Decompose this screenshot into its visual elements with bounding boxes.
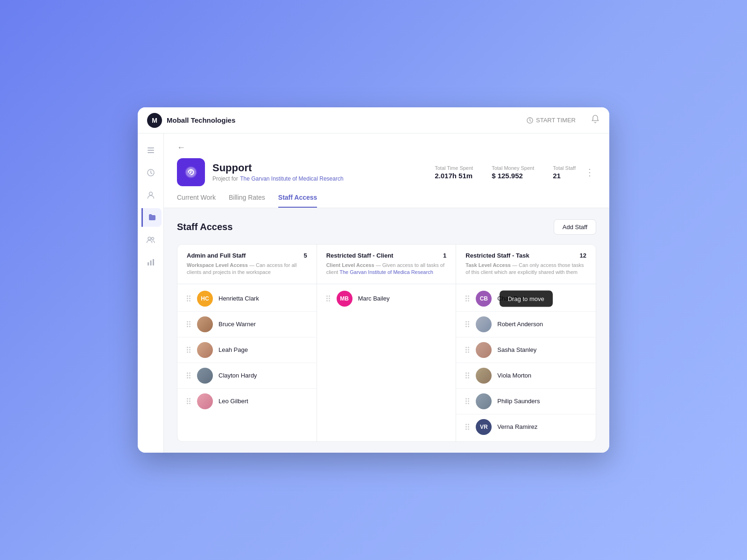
column-admin-desc: Workspace Level Access — Can access for …: [187, 262, 307, 276]
drag-handle[interactable]: [326, 295, 330, 301]
avatar: [197, 342, 213, 358]
staff-name: Philip Saunders: [497, 398, 540, 405]
project-tabs: Current Work Billing Rates Staff Access: [177, 194, 596, 208]
notification-bell-icon[interactable]: [591, 114, 600, 126]
user-icon: [146, 190, 155, 200]
sidebar-item-clock[interactable]: [141, 163, 160, 182]
avatar: HC: [197, 291, 213, 307]
drag-handle[interactable]: [187, 372, 190, 378]
svg-rect-8: [148, 262, 149, 266]
staff-name: Verna Ramirez: [497, 423, 537, 430]
staff-item: Leah Page: [177, 337, 317, 363]
staff-name: Henrietta Clark: [218, 295, 259, 302]
staff-name: Viola Morton: [497, 372, 531, 379]
drag-handle[interactable]: [465, 347, 469, 353]
staff-item-chad: CB Chad Bush Drag to move: [456, 286, 596, 312]
section-header: Staff Access Add Staff: [177, 219, 596, 235]
svg-point-6: [148, 237, 151, 240]
stat-staff-value: 21: [553, 172, 576, 180]
staff-item: MB Marc Bailey: [317, 286, 456, 311]
avatar: [197, 393, 213, 409]
staff-item: HC Henrietta Clark: [177, 286, 317, 312]
sidebar-item-folder[interactable]: [141, 208, 162, 227]
avatar: [476, 316, 492, 332]
sidebar-item-list[interactable]: [141, 141, 160, 160]
svg-rect-10: [153, 259, 154, 266]
column-task-count: 12: [580, 252, 586, 259]
start-timer-label: START TIMER: [536, 117, 576, 124]
column-task-title: Restricted Staff - Task: [465, 252, 529, 259]
staff-name: Leah Page: [218, 346, 248, 353]
avatar: VR: [476, 419, 492, 435]
sidebar-item-chart[interactable]: [141, 253, 160, 272]
company-name: Moball Technologies: [167, 116, 521, 124]
drag-handle[interactable]: [465, 398, 469, 404]
section-title: Staff Access: [177, 222, 233, 232]
drag-handle[interactable]: [465, 424, 469, 430]
avatar: [476, 393, 492, 409]
stat-money-value: $ 125.952: [492, 172, 534, 180]
more-options-button[interactable]: ⋮: [583, 165, 596, 180]
column-admin-title: Admin and Full Staff: [187, 252, 246, 259]
project-client-link[interactable]: The Garvan Institute of Medical Research: [240, 175, 343, 182]
drag-handle[interactable]: [187, 398, 190, 404]
staff-item: Robert Anderson: [456, 312, 596, 337]
stat-time-label: Total Time Spent: [435, 165, 473, 171]
project-for-label: Project for: [212, 175, 238, 182]
avatar: [197, 368, 213, 384]
drag-handle[interactable]: [465, 295, 469, 301]
stat-staff: Total Staff 21: [553, 165, 576, 180]
project-stats: Total Time Spent 2.017h 51m Total Money …: [435, 165, 576, 180]
sidebar-item-team[interactable]: [141, 231, 160, 249]
staff-item: Viola Morton: [456, 363, 596, 389]
staff-name: Robert Anderson: [497, 321, 543, 328]
column-client-title: Restricted Staff - Client: [326, 252, 394, 259]
svg-point-7: [151, 238, 154, 240]
tab-staff-access[interactable]: Staff Access: [278, 194, 317, 208]
staff-item: Leo Gilbert: [177, 389, 317, 414]
stat-money-label: Total Money Spent: [492, 165, 534, 171]
drag-handle[interactable]: [187, 295, 190, 301]
back-button[interactable]: ←: [177, 143, 185, 153]
project-header: ← Support Project for: [164, 133, 609, 208]
staff-item: Sasha Stanley: [456, 337, 596, 363]
column-client-count: 1: [443, 252, 446, 259]
tab-current-work[interactable]: Current Work: [177, 194, 216, 208]
avatar: [476, 368, 492, 384]
column-admin-count: 5: [303, 252, 307, 259]
staff-name: Chad Bush: [497, 295, 527, 302]
column-restricted-task: Restricted Staff - Task 12 Task Level Ac…: [456, 245, 596, 441]
drag-handle[interactable]: [187, 347, 190, 353]
staff-columns: Admin and Full Staff 5 Workspace Level A…: [177, 244, 596, 442]
list-icon: [146, 146, 155, 155]
svg-rect-2: [148, 150, 154, 151]
project-logo-svg: [183, 164, 199, 181]
drag-handle[interactable]: [465, 372, 469, 378]
column-admin-header: Admin and Full Staff 5 Workspace Level A…: [177, 245, 317, 284]
staff-name: Bruce Warner: [218, 321, 256, 328]
stat-time: Total Time Spent 2.017h 51m: [435, 165, 473, 180]
drag-handle[interactable]: [465, 321, 469, 327]
folder-icon: [148, 213, 157, 222]
staff-item: VR Verna Ramirez: [456, 414, 596, 440]
svg-rect-3: [148, 152, 154, 153]
sidebar-item-user[interactable]: [141, 186, 160, 204]
staff-list-client: MB Marc Bailey: [317, 284, 456, 313]
sidebar: [138, 133, 164, 453]
add-staff-button[interactable]: Add Staff: [554, 219, 596, 235]
staff-name: Sasha Stanley: [497, 346, 536, 353]
column-restricted-client: Restricted Staff - Client 1 Client Level…: [317, 245, 457, 441]
staff-list-admin: HC Henrietta Clark Bruce Warner: [177, 284, 317, 416]
avatar: CB: [476, 291, 492, 307]
stat-time-value: 2.017h 51m: [435, 172, 473, 180]
drag-handle[interactable]: [187, 321, 190, 327]
project-info-row: Support Project for The Garvan Institute…: [177, 158, 596, 186]
tab-billing-rates[interactable]: Billing Rates: [229, 194, 265, 208]
start-timer-button[interactable]: START TIMER: [521, 114, 581, 126]
top-bar: M Moball Technologies START TIMER: [138, 107, 609, 133]
project-name: Support: [212, 162, 427, 174]
staff-access-section: Staff Access Add Staff Admin and Full St…: [164, 208, 609, 453]
stat-money: Total Money Spent $ 125.952: [492, 165, 534, 180]
clock-icon: [146, 168, 155, 177]
staff-name: Leo Gilbert: [218, 398, 248, 405]
